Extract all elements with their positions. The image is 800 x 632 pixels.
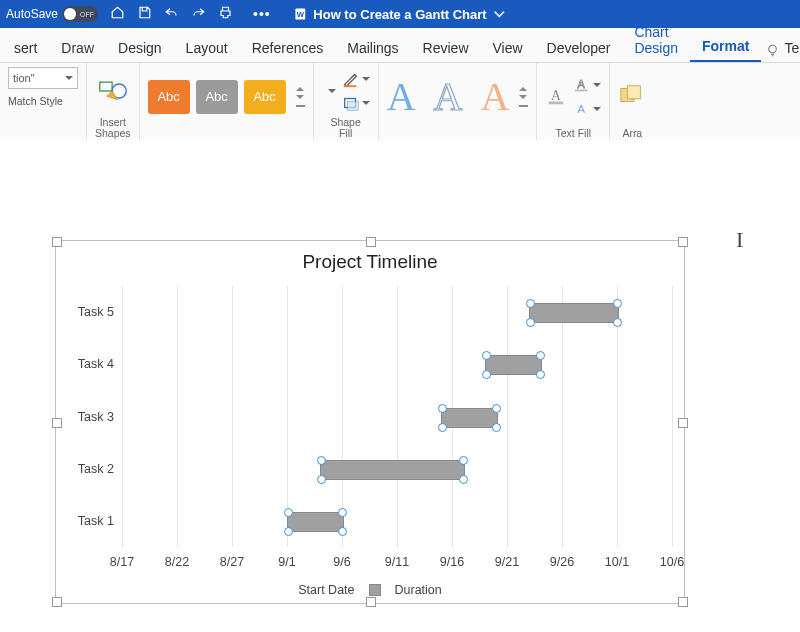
shape-fill-label: Shape Fill	[330, 117, 360, 139]
tab-references[interactable]: References	[240, 34, 336, 62]
style-swatch-2[interactable]: Abc	[196, 80, 238, 114]
svg-rect-3	[100, 83, 112, 92]
tell-me-icon[interactable]	[765, 43, 780, 58]
redo-icon[interactable]	[191, 5, 206, 23]
ribbon: tion" Match Style Insert Shapes Abc Abc …	[0, 63, 800, 142]
x-tick: 9/11	[385, 555, 409, 569]
resize-handle[interactable]	[678, 597, 688, 607]
svg-rect-12	[575, 89, 588, 91]
y-tick: Task 3	[66, 410, 114, 424]
text-cursor-icon: I	[736, 227, 743, 253]
resize-handle[interactable]	[678, 237, 688, 247]
group-shape-fill: Shape Fill	[314, 63, 379, 141]
svg-text:A: A	[577, 102, 585, 115]
y-tick: Task 4	[66, 357, 114, 371]
text-outline-button[interactable]: A	[573, 76, 601, 94]
arrange-label: Arra	[622, 128, 642, 139]
text-effects-button[interactable]: A	[573, 100, 601, 118]
svg-rect-6	[343, 86, 356, 88]
x-axis[interactable]: 8/17 8/22 8/27 9/1 9/6 9/11 9/16 9/21 9/…	[122, 555, 672, 573]
chevron-down-icon[interactable]	[493, 7, 507, 21]
tab-mailings[interactable]: Mailings	[335, 34, 410, 62]
group-text-fill: A A A Text Fill	[537, 63, 610, 141]
chart-title[interactable]: Project Timeline	[56, 251, 684, 273]
resize-handle[interactable]	[52, 418, 62, 428]
shape-fill-dropdown-icon[interactable]	[328, 89, 336, 93]
x-tick: 9/1	[278, 555, 295, 569]
title-bar: AutoSave OFF ••• W How to Create a Gantt…	[0, 0, 800, 28]
bar-task5[interactable]	[529, 303, 619, 323]
chart-object[interactable]: Project Timeline Task 5 Task 4 Task 3 Ta…	[55, 240, 685, 604]
x-tick: 8/22	[165, 555, 189, 569]
word-doc-icon: W	[293, 7, 307, 21]
legend-entry[interactable]: Duration	[395, 583, 442, 597]
wordart-gallery-nav[interactable]	[519, 87, 528, 107]
tell-me[interactable]: Tel	[784, 34, 800, 62]
insert-shapes-label: Insert Shapes	[95, 117, 131, 139]
shape-effects-button[interactable]	[342, 94, 370, 112]
group-wordart: A A A	[379, 63, 538, 141]
y-tick: Task 5	[66, 305, 114, 319]
chart-legend[interactable]: Start Date Duration	[56, 583, 684, 597]
text-fill-label: Text Fill	[556, 128, 592, 139]
tab-layout[interactable]: Layout	[174, 34, 240, 62]
wordart-style-1[interactable]: A	[387, 77, 416, 117]
y-tick: Task 2	[66, 462, 114, 476]
x-tick: 9/16	[440, 555, 464, 569]
svg-text:W: W	[297, 10, 305, 19]
arrange-button[interactable]	[618, 83, 646, 111]
svg-rect-15	[628, 86, 641, 99]
x-tick: 10/1	[605, 555, 629, 569]
chart-element-selector[interactable]: tion"	[8, 67, 78, 89]
bar-task1[interactable]	[287, 512, 344, 532]
x-tick: 9/26	[550, 555, 574, 569]
x-tick: 8/27	[220, 555, 244, 569]
group-insert-shapes: Insert Shapes	[87, 63, 140, 141]
legend-swatch-icon	[369, 584, 381, 596]
x-tick: 9/6	[333, 555, 350, 569]
document-title: W How to Create a Gantt Chart	[293, 7, 506, 22]
style-gallery-nav[interactable]	[296, 87, 305, 107]
tab-insert[interactable]: sert	[2, 34, 49, 62]
tab-review[interactable]: Review	[411, 34, 481, 62]
tab-developer[interactable]: Developer	[535, 34, 623, 62]
svg-rect-8	[347, 102, 358, 111]
group-arrange: Arra	[610, 63, 654, 141]
save-icon[interactable]	[137, 5, 152, 23]
style-swatch-1[interactable]: Abc	[148, 80, 190, 114]
autosave-label: AutoSave	[6, 7, 58, 21]
autosave-state: OFF	[80, 11, 94, 18]
wordart-style-2[interactable]: A	[434, 77, 463, 117]
insert-shapes-button[interactable]	[98, 78, 128, 104]
group-shape-styles: Abc Abc Abc	[140, 63, 314, 141]
text-fill-button[interactable]: A	[545, 87, 567, 107]
bar-task4[interactable]	[485, 355, 542, 375]
resize-handle[interactable]	[678, 418, 688, 428]
y-tick: Task 1	[66, 514, 114, 528]
tab-design[interactable]: Design	[106, 34, 174, 62]
tab-draw[interactable]: Draw	[49, 34, 106, 62]
document-page[interactable]: I Project Timeline Task 5 Task 4 Task 3 …	[0, 140, 800, 632]
tab-format[interactable]: Format	[690, 32, 761, 62]
print-icon[interactable]	[218, 5, 233, 23]
legend-entry[interactable]: Start Date	[298, 583, 354, 597]
home-icon[interactable]	[110, 5, 125, 23]
x-tick: 8/17	[110, 555, 134, 569]
resize-handle[interactable]	[52, 237, 62, 247]
resize-handle[interactable]	[52, 597, 62, 607]
plot-area[interactable]: Task 5 Task 4 Task 3 Task 2 Task 1	[122, 286, 672, 547]
bar-task3[interactable]	[441, 408, 498, 428]
ribbon-tabs: sert Draw Design Layout References Maili…	[0, 28, 800, 63]
resize-handle[interactable]	[366, 237, 376, 247]
style-swatch-3[interactable]: Abc	[244, 80, 286, 114]
wordart-style-3[interactable]: A	[480, 77, 509, 117]
match-style-button[interactable]: Match Style	[8, 95, 63, 107]
svg-text:A: A	[578, 78, 586, 90]
more-icon[interactable]: •••	[253, 6, 271, 22]
autosave-toggle[interactable]: OFF	[62, 6, 98, 22]
tab-view[interactable]: View	[481, 34, 535, 62]
bar-task2[interactable]	[320, 460, 465, 480]
resize-handle[interactable]	[366, 597, 376, 607]
shape-outline-button[interactable]	[342, 70, 370, 88]
undo-icon[interactable]	[164, 5, 179, 23]
